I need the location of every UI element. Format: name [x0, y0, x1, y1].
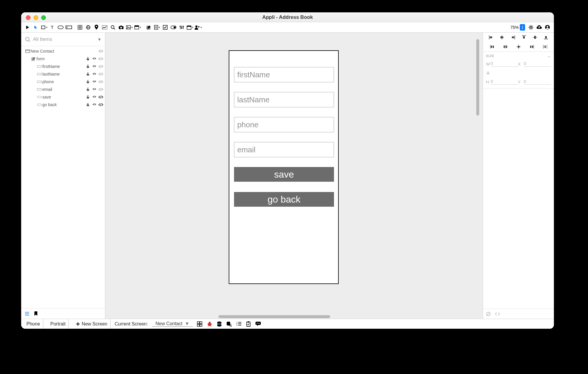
orientation-selector[interactable]: Portrait: [47, 319, 69, 329]
lock-aspect-icon[interactable]: [486, 71, 491, 75]
button-go-back[interactable]: go back: [234, 192, 334, 207]
tree-item[interactable]: firstName: [21, 63, 105, 70]
cloud-upload-icon[interactable]: [535, 23, 543, 31]
lock-icon[interactable]: [86, 57, 90, 61]
vertical-scrollbar[interactable]: [476, 39, 479, 116]
compose-icon[interactable]: [145, 23, 153, 31]
pin-icon[interactable]: [92, 23, 101, 31]
list-form-icon[interactable]: [153, 23, 161, 31]
canvas-area[interactable]: firstNamelastNamephoneemailsavego back: [105, 33, 483, 319]
database-search-icon[interactable]: [226, 321, 232, 327]
play-icon[interactable]: [24, 23, 32, 31]
no-entry-icon[interactable]: [486, 312, 491, 316]
align-hcenter-icon[interactable]: [500, 35, 504, 40]
input-email[interactable]: email: [234, 142, 334, 157]
tree-item[interactable]: go back: [21, 101, 105, 108]
code-icon[interactable]: [98, 80, 103, 84]
align-top-icon[interactable]: [522, 35, 526, 40]
image-tool-icon[interactable]: [125, 23, 133, 31]
code-icon[interactable]: [98, 57, 103, 61]
globe-icon[interactable]: [84, 23, 92, 31]
eye-icon[interactable]: [92, 65, 97, 68]
button-save[interactable]: save: [234, 167, 334, 182]
eye-icon[interactable]: [92, 103, 97, 106]
grid-icon[interactable]: [197, 321, 202, 327]
chart-icon[interactable]: [101, 23, 109, 31]
phone-frame[interactable]: firstNamelastNamephoneemailsavego back: [229, 50, 339, 284]
database-icon[interactable]: [217, 321, 222, 327]
w-value[interactable]: 0: [491, 61, 518, 67]
zoom-control[interactable]: 75% ▴▾: [510, 24, 525, 31]
size-section-header[interactable]: SIZE ⌄: [483, 52, 554, 60]
text-tool-icon[interactable]: T: [48, 23, 56, 31]
code-icon[interactable]: [98, 95, 103, 99]
outline-search[interactable]: All Items ▼: [21, 33, 105, 46]
numbered-list-icon[interactable]: 123: [236, 321, 242, 327]
code-icon[interactable]: [495, 312, 500, 316]
x-value[interactable]: 0: [524, 61, 551, 67]
dist-left-icon[interactable]: [490, 44, 495, 49]
lock-icon[interactable]: [86, 65, 90, 68]
align-vcenter-icon[interactable]: [533, 35, 537, 40]
search-dropdown-icon[interactable]: ▼: [97, 37, 101, 42]
eye-icon[interactable]: [92, 57, 97, 61]
list-view-icon[interactable]: [25, 312, 29, 316]
grid-tool-icon[interactable]: [76, 23, 84, 31]
lock-icon[interactable]: [86, 95, 90, 99]
checkbox-icon[interactable]: [161, 23, 169, 31]
current-screen-selector[interactable]: New Contact ▼: [152, 321, 193, 327]
code-icon[interactable]: [98, 49, 103, 53]
dist-center-icon[interactable]: [516, 44, 521, 49]
input-firstname[interactable]: firstName: [234, 67, 334, 82]
code-icon[interactable]: [98, 88, 103, 91]
align-right-icon[interactable]: [511, 35, 515, 40]
bookmark-icon[interactable]: [34, 311, 38, 316]
close-window-button[interactable]: [26, 15, 31, 20]
rect-tool-icon[interactable]: [40, 23, 48, 31]
tree-item[interactable]: form: [21, 55, 105, 63]
align-bottom-icon[interactable]: [544, 35, 548, 40]
calendar-icon[interactable]: [186, 23, 194, 31]
tree-item[interactable]: save: [21, 93, 105, 101]
account-icon[interactable]: [543, 23, 552, 31]
eye-icon[interactable]: [92, 88, 97, 91]
rounded-rect-tool-icon[interactable]: [56, 23, 65, 31]
input-phone[interactable]: phone: [234, 117, 334, 132]
dist-right-icon[interactable]: [529, 44, 534, 49]
gear-icon[interactable]: [527, 23, 535, 31]
lock-icon[interactable]: [86, 88, 90, 91]
lock-icon[interactable]: [86, 72, 90, 76]
camera-icon[interactable]: [117, 23, 125, 31]
lock-icon[interactable]: [86, 103, 90, 106]
maximize-window-button[interactable]: [41, 15, 46, 20]
code-icon[interactable]: [98, 65, 103, 68]
chevron-down-icon[interactable]: ⌄: [547, 54, 551, 58]
h-value[interactable]: 0: [491, 79, 518, 85]
tree-item[interactable]: email: [21, 86, 105, 93]
search-icon[interactable]: [109, 23, 117, 31]
chat-icon[interactable]: [255, 321, 261, 327]
input-lastname[interactable]: lastName: [234, 92, 334, 107]
tree-item[interactable]: lastName: [21, 70, 105, 78]
dist-spacing-icon[interactable]: [543, 44, 547, 49]
sliders-icon[interactable]: [178, 23, 186, 31]
minimize-window-button[interactable]: [34, 15, 38, 20]
new-screen-button[interactable]: New Screen: [73, 319, 111, 329]
y-value[interactable]: 0: [524, 79, 551, 85]
device-selector[interactable]: Phone: [24, 319, 43, 329]
eye-icon[interactable]: [92, 80, 97, 84]
align-left-icon[interactable]: [489, 35, 493, 40]
tree-item[interactable]: New Contact: [21, 47, 105, 55]
horizontal-scrollbar[interactable]: [218, 315, 330, 318]
add-user-icon[interactable]: [194, 23, 202, 31]
eye-icon[interactable]: [92, 72, 97, 76]
toggle-icon[interactable]: [169, 23, 178, 31]
eye-icon[interactable]: [92, 95, 97, 99]
tree-item[interactable]: phone: [21, 78, 105, 86]
bug-icon[interactable]: [207, 321, 212, 327]
input-tool-icon[interactable]: [65, 23, 73, 31]
code-icon[interactable]: [98, 72, 103, 76]
dist-hcenter-icon[interactable]: [503, 44, 508, 49]
code-icon[interactable]: [98, 103, 103, 106]
clipboard-icon[interactable]: [246, 321, 250, 327]
